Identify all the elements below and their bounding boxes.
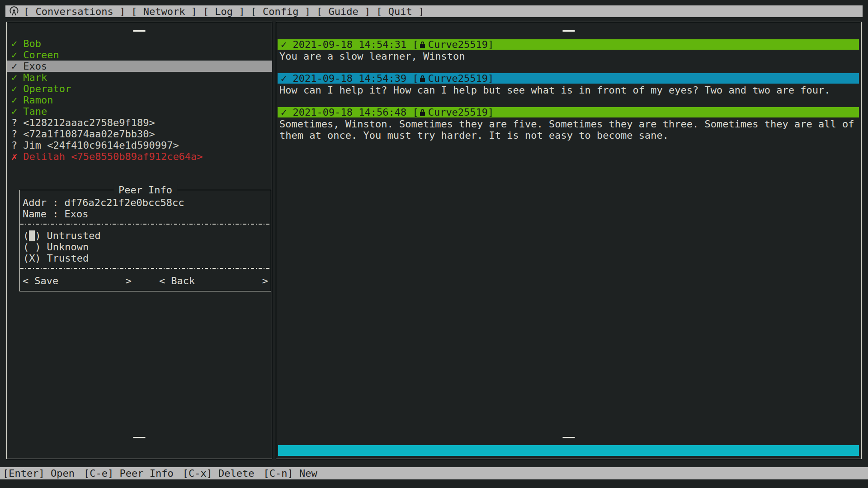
contact-row-bob[interactable]: ✓Bob xyxy=(7,38,272,49)
contact-row-unknown-2[interactable]: ?<72a1f10874aa02e7bb30> xyxy=(7,128,272,140)
lock-icon xyxy=(420,75,425,82)
message-area: ✓ 2021-09-18 14:54:31 [Curve25519] You a… xyxy=(276,22,861,459)
contact-row-coreen[interactable]: ✓Coreen xyxy=(7,49,272,61)
radio-state-checked: X xyxy=(29,253,35,264)
menubar: [ Conversations ] [ Network ] [ Log ] [ … xyxy=(5,5,863,17)
chat-panel: ✓ 2021-09-18 14:54:31 [Curve25519] You a… xyxy=(276,22,862,459)
statusbar: [Enter] Open [C-e] Peer Info [C-x] Delet… xyxy=(0,467,868,479)
radio-state-empty xyxy=(29,241,35,253)
peer-addr-line: Addr :df76a2c21f2e0bcc58cc xyxy=(20,197,271,208)
addr-label: Addr : xyxy=(23,197,58,208)
menu-item-log[interactable]: [ Log ] xyxy=(203,6,245,17)
name-value: Exos xyxy=(64,208,88,220)
blocked-x-icon: ✗ xyxy=(11,151,17,162)
status-hint-delete: [C-x] Delete xyxy=(183,468,255,479)
verified-check-icon: ✓ xyxy=(11,72,17,83)
status-hint-open: [Enter] Open xyxy=(3,468,75,479)
contact-row-ramon[interactable]: ✓Ramon xyxy=(7,94,272,106)
message-block: ✓ 2021-09-18 14:54:39 [Curve25519] How c… xyxy=(276,73,861,96)
contact-row-unknown-1[interactable]: ?<128212aaac2758e9f189> xyxy=(7,117,272,128)
trust-radio-group: ()Untrusted ( )Unknown (X)Trusted xyxy=(20,230,271,264)
contact-row-exos-selected[interactable]: ✓Exos xyxy=(7,61,272,72)
right-arrow: > xyxy=(126,275,132,286)
menu-item-conversations[interactable]: [ Conversations ] xyxy=(24,6,125,17)
menu-item-quit[interactable]: [ Quit ] xyxy=(376,6,424,17)
message-input-bar[interactable] xyxy=(278,445,859,456)
save-button[interactable]: <Save> xyxy=(23,275,132,286)
unknown-question-icon: ? xyxy=(11,117,17,128)
status-hint-new: [C-n] New xyxy=(264,468,317,479)
addr-value: df76a2c21f2e0bcc58cc xyxy=(64,197,184,208)
message-body: Sometimes, Winston. Sometimes they are f… xyxy=(276,118,861,141)
conversations-panel: ✓Bob ✓Coreen ✓Exos ✓Mark ✓Operator ✓Ramo… xyxy=(6,22,272,459)
lock-icon xyxy=(420,109,425,116)
peer-info-box: Peer Info Addr :df76a2c21f2e0bcc58cc Nam… xyxy=(19,190,271,291)
separator-line xyxy=(20,224,270,225)
message-body: How can I help it? How can I help but se… xyxy=(276,84,861,96)
name-label: Name : xyxy=(23,208,58,220)
message-header: ✓ 2021-09-18 14:54:31 [Curve25519] xyxy=(278,39,859,50)
menu-item-config[interactable]: [ Config ] xyxy=(251,6,311,17)
message-block: ✓ 2021-09-18 14:54:31 [Curve25519] You a… xyxy=(276,39,861,62)
verified-check-icon: ✓ xyxy=(11,61,17,72)
contact-row-delilah[interactable]: ✗Delilah <75e8550b89af912ce64a> xyxy=(7,151,272,162)
lock-icon xyxy=(420,41,425,48)
contact-row-mark[interactable]: ✓Mark xyxy=(7,72,272,83)
left-arrow: < xyxy=(23,275,28,286)
status-hint-peer-info: [C-e] Peer Info xyxy=(84,468,174,479)
verified-check-icon: ✓ xyxy=(11,94,17,106)
unknown-question-icon: ? xyxy=(11,128,17,140)
scroll-down-indicator xyxy=(133,437,146,438)
verified-check-icon: ✓ xyxy=(11,38,17,49)
scroll-up-indicator xyxy=(133,30,146,32)
contact-list: ✓Bob ✓Coreen ✓Exos ✓Mark ✓Operator ✓Ramo… xyxy=(7,38,272,162)
message-block: ✓ 2021-09-18 14:56:48 [Curve25519] Somet… xyxy=(276,107,861,141)
contact-row-tane[interactable]: ✓Tane xyxy=(7,106,272,117)
peer-info-title: Peer Info xyxy=(113,184,177,196)
contact-row-operator[interactable]: ✓Operator xyxy=(7,83,272,94)
menu-item-network[interactable]: [ Network ] xyxy=(131,6,197,17)
verified-check-icon: ✓ xyxy=(11,106,17,117)
contact-row-jim[interactable]: ?Jim <24f410c9614e1d590997> xyxy=(7,140,272,151)
message-body: You are a slow learner, Winston xyxy=(276,51,861,62)
verified-check-icon: ✓ xyxy=(11,49,17,61)
verified-check-icon: ✓ xyxy=(11,83,17,94)
message-header: ✓ 2021-09-18 14:54:39 [Curve25519] xyxy=(278,73,859,84)
broadcast-icon xyxy=(9,6,19,17)
menu-item-guide[interactable]: [ Guide ] xyxy=(316,6,370,17)
unknown-question-icon: ? xyxy=(11,140,17,151)
peer-name-line: Name :Exos xyxy=(20,208,271,220)
radio-unknown[interactable]: ( )Unknown xyxy=(20,241,271,253)
separator-line xyxy=(20,268,270,269)
message-header: ✓ 2021-09-18 14:56:48 [Curve25519] xyxy=(278,107,859,117)
left-arrow: < xyxy=(159,275,165,286)
back-button[interactable]: <Back> xyxy=(159,275,268,286)
radio-untrusted[interactable]: ()Untrusted xyxy=(20,230,271,241)
radio-trusted[interactable]: (X)Trusted xyxy=(20,253,271,264)
right-arrow: > xyxy=(262,275,268,286)
radio-cursor-block xyxy=(29,230,35,241)
